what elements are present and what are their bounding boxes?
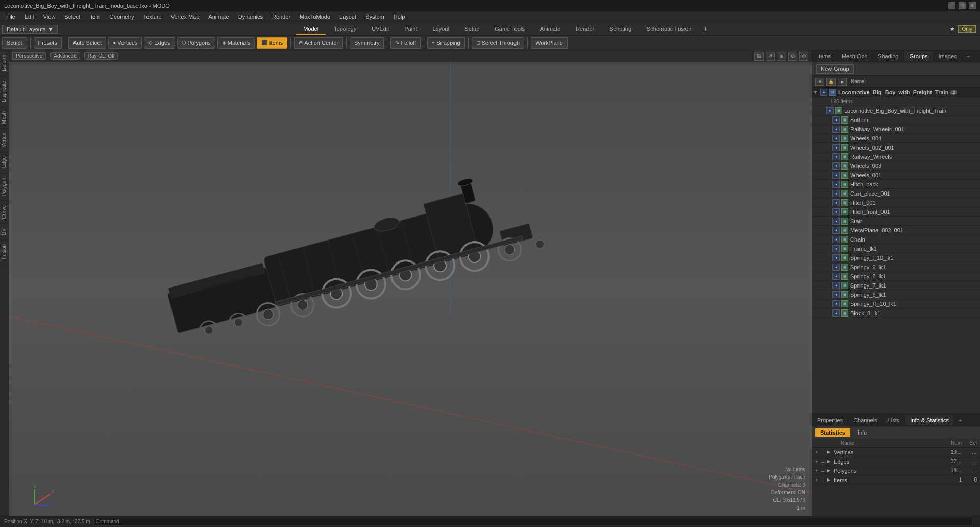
auto-select-button[interactable]: Auto Select — [68, 37, 106, 49]
materials-button[interactable]: ◈Materials — [217, 37, 255, 49]
default-layout-dropdown[interactable]: Default Layouts ▼ — [2, 25, 58, 34]
scene-item-railway1[interactable]: ●▣Railway_Wheels_001 — [812, 125, 980, 134]
stat-arrow[interactable]: ▶ — [827, 459, 834, 464]
vis-icon-springy_8[interactable]: ● — [832, 273, 840, 280]
scene-item-springy_8[interactable]: ●▣Springy_8_lk1 — [812, 272, 980, 281]
sculpt-button[interactable]: Sculpt — [2, 37, 27, 49]
stat-arrow[interactable]: ▶ — [827, 468, 834, 473]
scene-item-stair[interactable]: ●▣Stair — [812, 217, 980, 226]
layout-tab-uvedit[interactable]: UVEdit — [364, 23, 396, 35]
scene-item-wheels2[interactable]: ●▣Wheels_002_001 — [812, 143, 980, 152]
polygons-button[interactable]: ⬡Polygons — [177, 37, 215, 49]
menu-item-item[interactable]: Item — [85, 13, 104, 21]
sidebar-uv[interactable]: UV — [0, 224, 9, 239]
vis-icon-springy_6[interactable]: ● — [832, 291, 840, 298]
expand-icon-root[interactable]: ▾ — [814, 90, 820, 95]
menu-item-edit[interactable]: Edit — [20, 13, 38, 21]
menu-item-help[interactable]: Help — [389, 13, 409, 21]
scene-item-railway2[interactable]: ●▣Railway_Wheels — [812, 152, 980, 161]
vis-icon-springy_r10[interactable]: ● — [832, 300, 840, 307]
scene-item-wheels4[interactable]: ●▣Wheels_004 — [812, 134, 980, 143]
vis-icon-hitch_back[interactable]: ● — [832, 181, 840, 188]
camera-icon[interactable]: ⊙ — [788, 52, 797, 61]
sidebar-polygon[interactable]: Polygon — [0, 173, 9, 200]
vis-icon-hitch_front[interactable]: ● — [832, 208, 840, 215]
stat-row-vertices[interactable]: + – ▶ Vertices 19… … — [812, 448, 980, 457]
close-button[interactable]: ✕ — [969, 2, 976, 9]
scene-item-metalplane[interactable]: ●▣MetalPlane_002_001 — [812, 226, 980, 235]
maximize-button[interactable]: □ — [959, 2, 966, 9]
scene-item-bottom[interactable]: ●▣Bottom — [812, 115, 980, 125]
rp-tab-images[interactable]: Images — [934, 51, 963, 61]
vertices-button[interactable]: ●Vertices — [108, 37, 142, 49]
prop-tab-properties[interactable]: Properties — [812, 415, 848, 425]
only-badge[interactable]: Only — [958, 25, 976, 33]
rp-tab-shading[interactable]: Shading — [873, 51, 904, 61]
stat-arrow[interactable]: ▶ — [827, 477, 834, 482]
info-tab[interactable]: Info — [852, 428, 872, 437]
presets-button[interactable]: Presets — [34, 37, 62, 49]
prop-tab-lists[interactable]: Lists — [883, 415, 905, 425]
action-center-button[interactable]: ⊕Action Center — [294, 37, 343, 49]
new-group-button[interactable]: New Group — [816, 64, 854, 74]
prop-tab-channels[interactable]: Channels — [848, 415, 883, 425]
menu-item-geometry[interactable]: Geometry — [105, 13, 138, 21]
prop-tab-info--statistics[interactable]: Info & Statistics — [905, 415, 954, 425]
layout-tab-model[interactable]: Model — [296, 23, 326, 35]
add-rp-tab[interactable]: + — [963, 51, 974, 61]
menu-item-vertex-map[interactable]: Vertex Map — [167, 13, 204, 21]
stat-expand[interactable]: + — [815, 468, 821, 473]
scene-tree[interactable]: ▾●⊞Locomotive_Big_Boy_with_Freight_Train… — [812, 88, 980, 414]
layout-tab-render[interactable]: Render — [569, 23, 601, 35]
sidebar-deform[interactable]: Deform — [0, 50, 9, 76]
vis-icon-railway1[interactable]: ● — [832, 126, 840, 133]
workplane-button[interactable]: WorkPlane — [531, 37, 568, 49]
vis-icon-chain[interactable]: ● — [832, 236, 840, 243]
add-layout-tab[interactable]: + — [699, 23, 712, 35]
falloff-button[interactable]: ∿Falloff — [390, 37, 421, 49]
zoom-icon[interactable]: ⊕ — [777, 52, 786, 61]
command-area[interactable]: Command — [93, 518, 973, 526]
vis-icon-hitch1[interactable]: ● — [832, 199, 840, 206]
menu-item-system[interactable]: System — [361, 13, 388, 21]
layout-tab-setup[interactable]: Setup — [458, 23, 487, 35]
scene-item-springy_7[interactable]: ●▣Springy_7_lk1 — [812, 281, 980, 290]
scene-item-springy_l_10[interactable]: ●▣Springy_l_10_lk1 — [812, 253, 980, 262]
sidebar-curve[interactable]: Curve — [0, 201, 9, 223]
vis-icon-wheels1[interactable]: ● — [832, 172, 840, 179]
rp-tab-groups[interactable]: Groups — [904, 51, 933, 61]
stat-row-edges[interactable]: + – ▶ Edges 37… … — [812, 457, 980, 466]
scene-lock-icon[interactable]: 🔒 — [826, 78, 836, 86]
rp-tab-mesh-ops[interactable]: Mesh Ops — [837, 51, 873, 61]
minimize-button[interactable]: ─ — [948, 2, 955, 9]
menu-item-select[interactable]: Select — [60, 13, 84, 21]
vis-icon-root[interactable]: ● — [820, 89, 827, 96]
vis-icon-springy_7[interactable]: ● — [832, 282, 840, 289]
vis-icon-stair[interactable]: ● — [832, 218, 840, 225]
scene-eye-icon[interactable]: 👁 — [815, 78, 824, 86]
stat-row-polygons[interactable]: + – ▶ Polygons 18… … — [812, 466, 980, 475]
vis-icon-wheels4[interactable]: ● — [832, 135, 840, 142]
vis-icon-railway2[interactable]: ● — [832, 153, 840, 160]
menu-item-animate[interactable]: Animate — [204, 13, 233, 21]
sidebar-vertex[interactable]: Vertex — [0, 128, 9, 151]
vis-icon-frame_lk1[interactable]: ● — [832, 245, 840, 252]
window-controls[interactable]: ─ □ ✕ — [948, 2, 976, 9]
menu-item-dynamics[interactable]: Dynamics — [234, 13, 267, 21]
rp-tab-items[interactable]: Items — [812, 51, 837, 61]
refresh-icon[interactable]: ↺ — [766, 52, 775, 61]
scene-item-frame_lk1[interactable]: ●▣Frame_lk1 — [812, 244, 980, 253]
vis-icon-block_8[interactable]: ● — [832, 309, 840, 317]
layout-tab-game-tools[interactable]: Game Tools — [487, 23, 532, 35]
menu-item-render[interactable]: Render — [268, 13, 295, 21]
vis-icon-metalplane[interactable]: ● — [832, 227, 840, 234]
scene-expand-icon[interactable]: ▶ — [838, 78, 847, 86]
scene-item-hitch1[interactable]: ●▣Hitch_001 — [812, 198, 980, 207]
snapping-button[interactable]: ⌖Snapping — [427, 37, 465, 49]
scene-item-sub-count[interactable]: 195 Items — [812, 97, 980, 106]
perspective-toggle[interactable]: Perspective — [12, 52, 46, 60]
scene-item-block_8[interactable]: ●▣Block_8_lk1 — [812, 308, 980, 318]
menu-item-view[interactable]: View — [39, 13, 60, 21]
stat-arrow[interactable]: ▶ — [827, 450, 834, 454]
scene-item-cart_place[interactable]: ●▣Cart_place_001 — [812, 189, 980, 198]
